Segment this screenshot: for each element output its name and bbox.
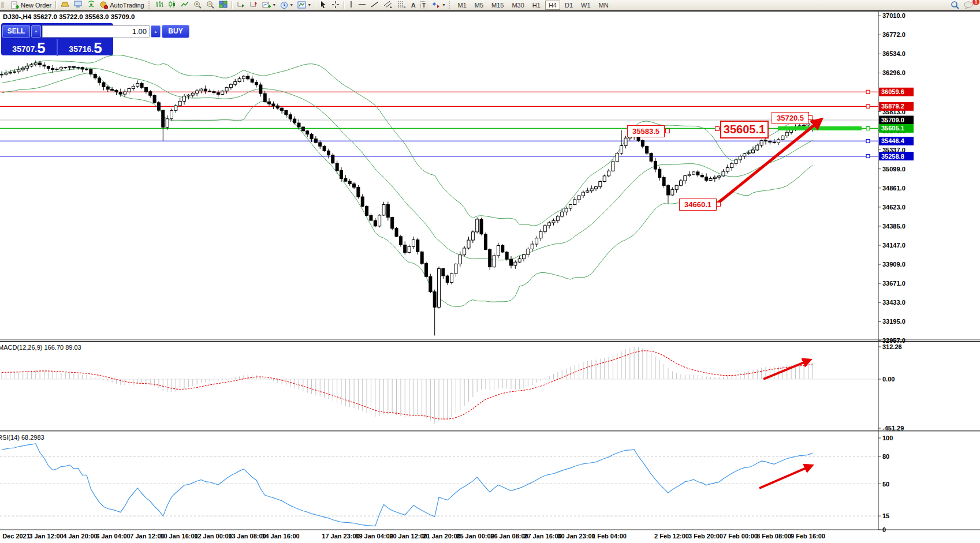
periods-button[interactable]: ▾ [278,1,295,9]
dropdown-icon[interactable]: ▾ [290,2,293,8]
trend-arrow[interactable] [759,466,811,488]
timeframe-D1[interactable]: D1 [561,1,576,10]
line-chart-mode-icon[interactable] [178,1,191,9]
svg-text:14 Jan 16:00: 14 Jan 16:00 [262,533,299,540]
autotrading-button[interactable]: AutoTrading [98,1,147,9]
horizontal-line-tool-icon[interactable] [356,1,368,9]
dropdown-icon[interactable]: ▾ [442,2,445,8]
svg-text:2 Feb 12:00: 2 Feb 12:00 [654,533,689,540]
volume-increase-button[interactable]: ▴ [151,25,161,38]
signal-icon[interactable] [85,1,98,9]
cursor-tool-icon[interactable] [318,1,329,9]
templates-button[interactable]: ▾ [295,1,313,9]
trend-arrow[interactable] [763,360,810,379]
one-click-trading-panel: SELL ▾ ▴ BUY 35707. 5 35716. 5 [1,23,113,55]
svg-text:9 Feb 16:00: 9 Feb 16:00 [791,533,825,540]
zoom-out-icon[interactable] [204,1,217,9]
label-tool-label: T [420,1,428,9]
notifications-button[interactable]: 1 [962,1,975,9]
timeframe-H4[interactable]: H4 [545,1,560,10]
auto-scroll-icon[interactable] [234,1,247,9]
toolbar-drag-handle[interactable] [148,1,151,9]
add-indicator-icon [262,1,271,9]
bid-price[interactable]: 35707. 5 [1,39,58,56]
svg-text:21 Jan 20:00: 21 Jan 20:00 [423,533,460,540]
trendline-tool-icon[interactable] [368,1,381,9]
price-annotation-box[interactable]: 35583.5 [627,125,665,137]
macd-indicator-label: MACD(12,26,9) 166.70 89.03 [0,344,81,351]
search-icon[interactable] [948,1,962,9]
svg-text:33671.0: 33671.0 [882,280,906,287]
autotrading-label: AutoTrading [110,2,144,9]
svg-text:100: 100 [882,435,893,441]
svg-text:35709.0: 35709.0 [881,117,904,123]
annotation-anchor-handle[interactable] [808,115,813,120]
timeframe-M1[interactable]: M1 [454,1,469,10]
annotation-anchor-handle[interactable] [665,129,670,133]
timeframe-M15[interactable]: M15 [488,1,507,10]
svg-text:15: 15 [882,512,889,519]
new-order-label: New Order [21,2,51,9]
price-annotation-box[interactable]: 34660.1 [679,199,717,211]
annotation-anchor-handle[interactable] [716,202,721,207]
terminal-icon[interactable] [72,1,85,9]
svg-text:50: 50 [882,481,889,488]
timeframe-bar: M1M5M15M30H1H4D1W1MN [453,1,612,10]
timeframe-W1[interactable]: W1 [577,1,594,10]
drawings-layer[interactable] [718,120,862,488]
timeframe-H1[interactable]: H1 [529,1,544,10]
svg-text:6 Jan 04:00: 6 Jan 04:00 [96,533,130,540]
time-axis[interactable]: Dec 20213 Jan 12:004 Jan 20:006 Jan 04:0… [2,533,825,540]
price-annotation-box[interactable]: 35605.1 [720,121,769,138]
ask-price[interactable]: 35716. 5 [58,39,113,56]
bid-price-main: 35707. [12,43,37,55]
indicators-button[interactable]: ▾ [260,1,278,9]
gold-ingot-icon[interactable] [58,1,72,9]
fibonacci-tool-icon[interactable]: F [395,1,409,9]
sell-button[interactable]: SELL [2,25,30,38]
vertical-line-tool-icon[interactable] [346,1,356,9]
svg-text:37010.0: 37010.0 [882,12,906,19]
svg-text:7 Jan 12:00: 7 Jan 12:00 [130,533,164,540]
shapes-button[interactable]: ▾ [430,1,447,9]
text-tool[interactable]: A [409,1,418,9]
timeframe-M30[interactable]: M30 [508,1,527,10]
timeframe-M5[interactable]: M5 [471,1,487,10]
price-annotation-box[interactable]: 35720.5 [772,112,809,124]
svg-text:1 Feb 04:00: 1 Feb 04:00 [592,533,627,540]
notification-badge: 1 [972,0,979,5]
svg-text:36059.6: 36059.6 [881,88,904,95]
bar-chart-mode-icon[interactable] [153,1,166,9]
crosshair-tool-icon[interactable] [329,1,342,9]
volume-input[interactable] [42,25,150,38]
zoom-in-icon[interactable] [191,1,204,9]
rsi-indicator-label: RSI(14) 68.2983 [0,434,44,441]
candlestick-mode-icon[interactable] [166,1,178,9]
ask-price-fraction: 5 [94,40,102,55]
chart-shift-icon[interactable] [247,1,260,9]
svg-text:33909.0: 33909.0 [882,261,906,268]
new-order-icon [11,1,19,9]
buy-button[interactable]: BUY [162,25,189,38]
volume-decrease-button[interactable]: ▾ [31,25,41,38]
svg-text:20 Jan 12:00: 20 Jan 12:00 [389,533,427,540]
svg-text:35446.4: 35446.4 [881,137,905,144]
svg-text:Dec 2021: Dec 2021 [2,533,30,540]
chart-canvas[interactable]: 37010.036772.036534.036296.035813.035575… [0,0,980,543]
new-order-button[interactable]: New Order [9,1,54,9]
template-icon [297,1,306,9]
separator [315,1,316,9]
channel-tool-icon[interactable]: E [381,1,395,9]
dropdown-icon[interactable]: ▾ [308,2,311,8]
dropdown-icon[interactable]: ▾ [273,2,275,8]
svg-text:3 Feb 20:00: 3 Feb 20:00 [688,533,723,540]
clock-icon [280,1,288,9]
svg-text:12 Jan 00:00: 12 Jan 00:00 [194,533,232,540]
tile-windows-icon[interactable] [217,1,230,9]
annotation-anchor-handle[interactable] [715,126,720,131]
timeframe-MN[interactable]: MN [595,1,612,10]
toolbar-drag-handle[interactable] [449,1,452,9]
separator [344,1,345,9]
label-tool[interactable]: T [418,1,430,9]
svg-text:E: E [390,5,392,9]
